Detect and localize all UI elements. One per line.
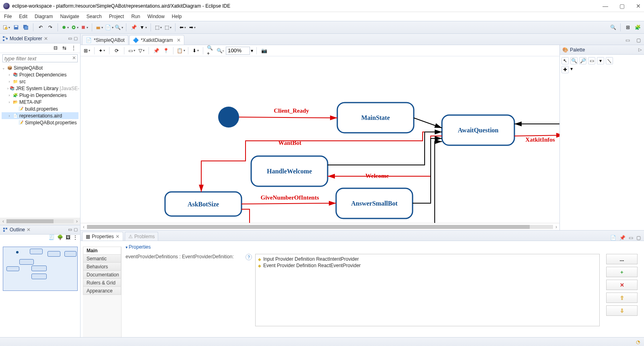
editor-tab-xatkitdiagram[interactable]: 🔷 *XatkitDiagram ✕ <box>129 35 184 45</box>
prop-cat-behaviors[interactable]: Behaviors <box>83 263 121 271</box>
palette-line-tool[interactable]: ＼ <box>606 57 613 64</box>
refresh-button[interactable]: ⟳ <box>113 47 121 55</box>
pin-diagram-button[interactable]: 📌 <box>152 47 160 55</box>
run-last-button[interactable] <box>80 23 89 31</box>
menu-window[interactable]: Window <box>147 14 165 19</box>
edge-givenumberofintents-1[interactable] <box>242 203 336 204</box>
edge-main-to-await[interactable] <box>414 118 442 128</box>
tree-item[interactable]: src <box>19 79 26 84</box>
project-tree[interactable]: ⌄ 📦 SimpleQABot ›📚Project Dependencies ›… <box>0 64 80 128</box>
close-view-icon[interactable]: ✕ <box>44 36 48 41</box>
prop-cat-documentation[interactable]: Documentation <box>83 271 121 279</box>
debug-button[interactable] <box>61 23 69 31</box>
menu-project[interactable]: Project <box>109 14 124 19</box>
prop-cat-main[interactable]: Main <box>83 247 121 255</box>
editor-max-icon[interactable]: ▢ <box>633 36 644 45</box>
zoom-level-input[interactable] <box>226 47 250 55</box>
editor-tab-simpleqabot[interactable]: 📄 *SimpleQABot <box>82 35 128 45</box>
filter-button[interactable]: ▼ <box>139 23 147 31</box>
palette-select-tool[interactable]: ↖ <box>561 57 569 64</box>
edge-welcome-to-await[interactable] <box>328 132 442 165</box>
node-start[interactable] <box>218 107 239 128</box>
clear-filter-icon[interactable]: ✕ <box>72 55 76 61</box>
canvas-horizontal-scrollbar[interactable]: ‹ › <box>80 223 559 230</box>
save-all-button[interactable] <box>22 23 30 31</box>
open-perspective-icon[interactable]: ⊞ <box>624 23 632 31</box>
arrange-button[interactable]: ⊞ <box>83 47 91 55</box>
tree-item[interactable]: JRE System Library [JavaSE- <box>16 86 79 91</box>
perspective-button[interactable]: ⬚ <box>154 23 162 31</box>
tree-item[interactable]: META-INF <box>19 99 42 105</box>
close-button[interactable]: ✕ <box>636 3 641 9</box>
outline-max-icon[interactable]: ▢ <box>74 227 78 232</box>
tree-item[interactable]: build.properties <box>25 106 58 112</box>
help-icon[interactable]: ? <box>246 254 252 260</box>
outline-mode-2-icon[interactable]: 🌳 <box>57 235 63 243</box>
palette-collapse-icon[interactable]: ▷ <box>638 47 642 52</box>
edge-givenumberofintents-2[interactable] <box>242 209 336 223</box>
explorer-horizontal-scrollbar[interactable]: ‹› <box>0 218 80 225</box>
max-view-icon[interactable]: ▢ <box>636 235 641 241</box>
palette-zoom-in-tool[interactable]: 🔍 <box>570 57 578 64</box>
open-type-button[interactable]: 📄 <box>105 23 113 31</box>
edge-small-to-await[interactable] <box>413 138 442 203</box>
menu-search[interactable]: Search <box>87 14 102 19</box>
editor-button[interactable]: ⬚ <box>164 23 172 31</box>
diagram-canvas[interactable]: MainState AwaitQuestion GiveInfos Handle… <box>80 56 559 223</box>
move-up-button[interactable]: ⇧ <box>606 292 638 303</box>
editor-min-icon[interactable]: ▭ <box>622 36 633 45</box>
search-button[interactable]: 🔍 <box>115 23 123 31</box>
save-button[interactable] <box>12 23 20 31</box>
palette-generic-tool[interactable]: ✚ <box>561 66 569 73</box>
tree-item[interactable]: Plug-in Dependencies <box>19 93 66 98</box>
move-down-button[interactable]: ⇩ <box>606 305 638 316</box>
unpin-button[interactable]: 📍 <box>162 47 170 55</box>
plugin-perspective-icon[interactable]: 🧩 <box>634 23 642 31</box>
run-button[interactable] <box>71 23 79 31</box>
menu-navigate[interactable]: Navigate <box>60 14 79 19</box>
select-button[interactable]: ✦ <box>98 47 106 55</box>
property-listbox[interactable]: Input Provider Definition ReactIntentPro… <box>255 254 600 326</box>
export-button[interactable]: ⬇ <box>192 47 200 55</box>
prop-cat-appearance[interactable]: Appearance <box>83 287 121 295</box>
palette-generic-dd[interactable]: ▾ <box>570 66 573 73</box>
menu-file[interactable]: File <box>4 14 12 19</box>
zoom-dropdown-icon[interactable]: ▾ <box>251 48 253 54</box>
more-button[interactable]: ... <box>606 254 638 264</box>
tree-root[interactable]: SimpleQABot <box>14 65 43 71</box>
list-item[interactable]: Event Provider Definition ReactEventProv… <box>258 262 597 269</box>
outline-thumbnail[interactable] <box>0 243 80 338</box>
palette-note-tool[interactable]: ▭ <box>588 57 595 64</box>
zoom-in-button[interactable]: 🔍+ <box>206 47 215 55</box>
menu-help[interactable]: Help <box>172 14 182 19</box>
layers-button[interactable]: ▭ <box>128 47 136 55</box>
new-button[interactable] <box>2 23 10 31</box>
collapse-all-icon[interactable]: ⊟ <box>54 45 60 51</box>
tree-item[interactable]: SimpleQABot.properties <box>25 120 77 126</box>
quick-access-icon[interactable]: 🔍 <box>609 23 617 31</box>
min-view-icon[interactable]: ▭ <box>629 235 633 241</box>
edge-big-to-await[interactable] <box>413 142 442 223</box>
menu-diagram[interactable]: Diagram <box>35 14 53 19</box>
pin-button[interactable]: 📌 <box>130 23 138 31</box>
zoom-out-button[interactable]: 🔍- <box>216 47 224 55</box>
filters-button[interactable]: ▽ <box>137 47 145 55</box>
menu-run[interactable]: Run <box>131 14 140 19</box>
menu-edit[interactable]: Edit <box>19 14 27 19</box>
maximize-button[interactable]: ▢ <box>619 3 625 9</box>
tree-item-selected[interactable]: representations.aird <box>19 113 62 119</box>
tree-filter-input[interactable] <box>2 54 78 62</box>
snapshot-button[interactable]: 📷 <box>260 47 268 55</box>
problems-tab[interactable]: ⚠ Problems <box>125 232 159 241</box>
remove-button[interactable]: ✕ <box>606 280 638 290</box>
forward-button[interactable]: ➡ <box>188 23 196 31</box>
view-menu-icon[interactable]: ⋮ <box>71 45 78 51</box>
list-item[interactable]: Input Provider Definition ReactIntentPro… <box>258 256 597 262</box>
close-outline-icon[interactable]: ✕ <box>27 227 31 233</box>
palette-zoom-out-tool[interactable]: 🔎 <box>579 57 586 64</box>
outline-menu-icon[interactable]: ⋮ <box>73 235 78 243</box>
paste-layout-button[interactable]: 📋 <box>177 47 185 55</box>
maximize-view-icon[interactable]: ▢ <box>74 36 78 41</box>
close-tab-icon[interactable]: ✕ <box>116 234 120 239</box>
palette-note-dd[interactable]: ▾ <box>597 57 604 64</box>
